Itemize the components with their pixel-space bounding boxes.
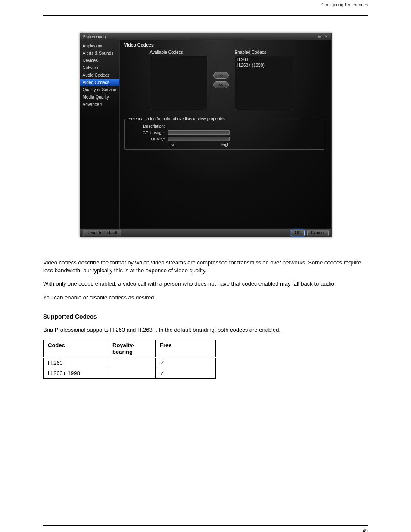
available-codecs-label: Available Codecs — [150, 50, 207, 55]
sidebar-item-video-codecs[interactable]: Video Codecs — [80, 79, 119, 86]
paragraph: Video codecs describe the format by whic… — [43, 259, 368, 274]
window-footer: Reset to Default OK Cancel — [80, 228, 331, 237]
sidebar-item-advanced[interactable]: Advanced — [80, 101, 119, 108]
table-cell — [108, 357, 156, 368]
close-icon[interactable]: ✕ — [324, 34, 329, 39]
codec-properties-group: Select a codec from the above lists to v… — [124, 119, 324, 150]
list-item[interactable]: H.263 — [237, 57, 290, 62]
page-number: 49 — [363, 528, 368, 532]
move-left-button[interactable]: << — [213, 81, 229, 88]
body-text: Video codecs describe the format by whic… — [43, 259, 368, 334]
window-title: Preferences — [83, 34, 317, 39]
sidebar-item-media-quality[interactable]: Media Quality — [80, 93, 119, 101]
table-cell: ✓ — [156, 357, 216, 368]
page-footer: 49 — [43, 525, 368, 532]
scale-low: Low — [168, 143, 175, 147]
description-label: Description: — [129, 124, 165, 128]
table-header: Free — [156, 340, 216, 357]
titlebar: Preferences ▭ ✕ — [80, 33, 331, 40]
table-row: H.263 ✓ — [44, 357, 216, 368]
sidebar-item-network[interactable]: Network — [80, 64, 119, 72]
table-cell: H.263+ 1998 — [44, 368, 108, 378]
table-header: Royalty-bearing — [108, 340, 156, 357]
table-cell: H.263 — [44, 357, 108, 368]
sidebar-item-alerts-sounds[interactable]: Alerts & Sounds — [80, 50, 119, 57]
scale-high: High — [221, 143, 230, 147]
page-header-right: Configuring Preferences — [43, 3, 368, 7]
table-cell: ✓ — [156, 368, 216, 378]
cpu-usage-label: CPU usage: — [129, 130, 165, 135]
available-codecs-list[interactable] — [150, 56, 207, 110]
table-header: Codec — [44, 340, 108, 357]
subheading-supported-codecs: Supported Codecs — [43, 313, 368, 320]
cancel-button[interactable]: Cancel — [307, 230, 328, 236]
paragraph: You can enable or disable codecs as desi… — [43, 294, 368, 302]
properties-legend: Select a codec from the above lists to v… — [128, 116, 226, 121]
sidebar-item-audio-codecs[interactable]: Audio Codecs — [80, 72, 119, 79]
quality-label: Quality: — [129, 137, 165, 141]
sidebar-item-qos[interactable]: Quality of Service — [80, 86, 119, 93]
table-cell — [108, 368, 156, 378]
paragraph: With only one codec enabled, a video cal… — [43, 280, 368, 288]
sidebar-item-devices[interactable]: Devices — [80, 57, 119, 64]
section-title: Video Codecs — [124, 42, 327, 47]
paragraph: Bria Professional supports H.263 and H.2… — [43, 326, 368, 334]
header-rule — [43, 15, 368, 16]
table-row: H.263+ 1998 ✓ — [44, 368, 216, 378]
cpu-usage-slider[interactable] — [168, 130, 230, 135]
minimize-icon[interactable]: ▭ — [318, 34, 323, 39]
enabled-codecs-list[interactable]: H.263 H.263+ (1998) — [235, 56, 292, 110]
reset-to-default-button[interactable]: Reset to Default — [83, 230, 121, 236]
preferences-window: Preferences ▭ ✕ Application Alerts & Sou… — [80, 33, 332, 237]
sidebar: Application Alerts & Sounds Devices Netw… — [80, 40, 120, 228]
content-area: Video Codecs Available Codecs >> << Enab… — [120, 40, 331, 228]
ok-button[interactable]: OK — [291, 230, 305, 236]
move-right-button[interactable]: >> — [213, 72, 229, 79]
quality-slider[interactable] — [168, 137, 230, 141]
list-item[interactable]: H.263+ (1998) — [237, 62, 290, 68]
supported-codecs-table: Codec Royalty-bearing Free H.263 ✓ H.263… — [43, 340, 216, 379]
sidebar-item-application[interactable]: Application — [80, 42, 119, 50]
enabled-codecs-label: Enabled Codecs — [235, 50, 292, 55]
